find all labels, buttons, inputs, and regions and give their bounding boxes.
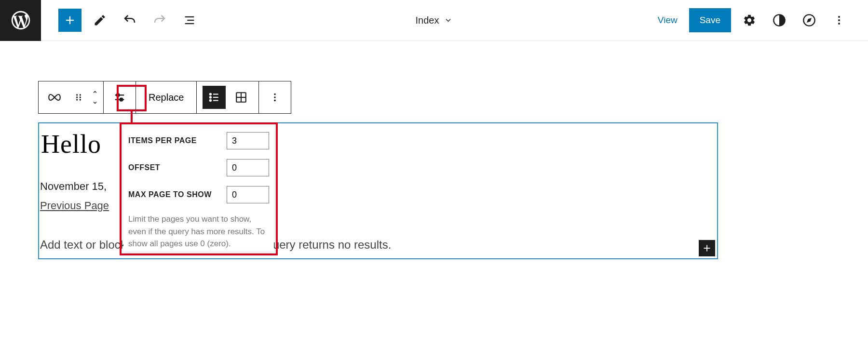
redo-button[interactable] — [148, 9, 171, 32]
items-per-page-input[interactable] — [227, 132, 269, 149]
svg-marker-7 — [807, 18, 812, 23]
svg-point-31 — [274, 96, 276, 98]
highlight-popover: ITEMS PER PAGE OFFSET MAX PAGE TO SHOW L… — [120, 122, 278, 255]
add-block-button[interactable] — [58, 9, 81, 32]
items-per-page-label: ITEMS PER PAGE — [128, 136, 197, 145]
contrast-icon — [773, 13, 786, 27]
more-vertical-icon — [270, 92, 280, 103]
settings-button[interactable] — [738, 9, 761, 32]
block-toolbar: Replace — [38, 81, 291, 114]
grid-layout-button[interactable] — [230, 86, 253, 109]
display-settings-button[interactable] — [108, 85, 132, 109]
plus-icon — [702, 243, 712, 253]
infinity-icon — [47, 93, 62, 102]
svg-point-15 — [76, 99, 78, 100]
svg-point-13 — [76, 96, 78, 98]
inline-add-block-button[interactable] — [699, 240, 715, 256]
move-down-button[interactable] — [91, 97, 99, 108]
plus-icon — [63, 13, 77, 27]
wordpress-logo[interactable] — [0, 0, 41, 41]
styles-button[interactable] — [768, 9, 791, 32]
sliders-icon — [113, 91, 126, 104]
max-page-input[interactable] — [227, 186, 269, 203]
svg-point-12 — [80, 94, 81, 95]
svg-point-9 — [838, 19, 840, 21]
replace-button[interactable]: Replace — [140, 92, 192, 103]
query-loop-block-button[interactable] — [42, 85, 67, 109]
view-link[interactable]: View — [653, 15, 682, 26]
offset-input[interactable] — [227, 159, 269, 176]
drag-handle[interactable] — [67, 85, 91, 109]
post-title[interactable]: Hello — [41, 129, 101, 159]
compass-icon — [802, 13, 816, 27]
svg-point-10 — [838, 23, 840, 25]
editor-top-bar: Index View Save — [0, 0, 868, 41]
svg-point-30 — [274, 93, 276, 95]
toolbar-right: View Save — [653, 8, 868, 32]
document-title-label: Index — [416, 15, 439, 26]
undo-button[interactable] — [118, 9, 141, 32]
chevron-down-icon — [91, 100, 99, 106]
svg-point-20 — [120, 98, 123, 101]
svg-point-14 — [80, 96, 81, 98]
toolbar-left — [41, 9, 201, 32]
svg-point-11 — [76, 94, 78, 95]
svg-point-16 — [80, 99, 81, 100]
save-button[interactable]: Save — [689, 8, 731, 32]
move-up-button[interactable] — [91, 87, 99, 97]
more-options-button[interactable] — [827, 9, 851, 32]
display-settings-popover: ITEMS PER PAGE OFFSET MAX PAGE TO SHOW L… — [123, 126, 274, 252]
svg-point-21 — [210, 93, 211, 95]
browse-button[interactable] — [798, 9, 821, 32]
max-page-help-text: Limit the pages you want to show, even i… — [128, 213, 269, 250]
svg-point-23 — [210, 96, 211, 98]
svg-point-8 — [838, 16, 840, 18]
drag-icon — [74, 93, 83, 102]
svg-point-32 — [274, 100, 276, 102]
list-layout-icon — [208, 91, 220, 104]
post-date[interactable]: November 15, — [40, 180, 107, 193]
max-page-label: MAX PAGE TO SHOW — [128, 190, 212, 199]
edit-tool-button[interactable] — [88, 9, 111, 32]
undo-icon — [122, 13, 137, 27]
document-title-dropdown[interactable]: Index — [416, 15, 453, 26]
svg-point-18 — [117, 93, 120, 96]
more-vertical-icon — [833, 14, 845, 26]
list-view-button[interactable] — [178, 9, 201, 32]
list-view-icon — [183, 13, 196, 27]
grid-layout-icon — [235, 91, 247, 104]
list-layout-button[interactable] — [203, 86, 226, 109]
svg-point-25 — [210, 100, 211, 101]
pencil-icon — [93, 13, 107, 27]
wordpress-icon — [10, 9, 32, 31]
block-more-options-button[interactable] — [263, 85, 287, 109]
redo-icon — [152, 13, 167, 27]
previous-page-link[interactable]: Previous Page — [40, 200, 109, 212]
chevron-down-icon — [444, 16, 452, 25]
offset-label: OFFSET — [128, 163, 160, 172]
gear-icon — [743, 13, 756, 27]
chevron-up-icon — [91, 89, 99, 95]
